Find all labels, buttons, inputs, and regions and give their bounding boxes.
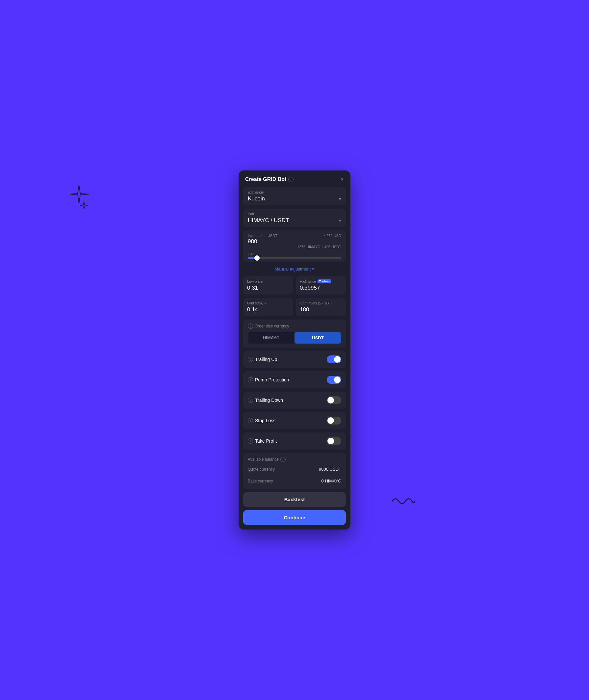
toggle-stop-loss-label: i Stop Loss (248, 418, 275, 423)
continue-button[interactable]: Continue (243, 510, 346, 525)
modal-title-text: Create GRID Bot (245, 176, 286, 182)
exchange-label: Exchange (248, 190, 341, 194)
available-balance-title-text: Available balance (248, 457, 279, 462)
osz-label: i Order size currency (248, 324, 341, 329)
toggle-take-profit-label: i Take Profit (248, 439, 277, 444)
trailing-up-info-icon[interactable]: i (248, 357, 253, 362)
available-balance-block: Available balance i Quote currency 9800 … (243, 453, 346, 489)
high-price-label: High price Trailing (300, 280, 342, 283)
trailing-down-info-icon[interactable]: i (248, 397, 253, 403)
title-info-icon[interactable]: i (288, 177, 293, 182)
pair-value: HIMAYC / USDT ▾ (248, 217, 341, 224)
take-profit-info-icon[interactable]: i (248, 439, 253, 444)
trailing-down-toggle[interactable] (327, 396, 341, 404)
investment-value: 980 (248, 238, 341, 245)
trailing-down-knob (328, 397, 334, 403)
sparkle-decoration-1 (69, 184, 89, 212)
osz-himayc-button[interactable]: HIMAYC (248, 332, 294, 344)
osz-button-group: HIMAYC USDT (248, 332, 341, 344)
osz-info-icon[interactable]: i (248, 324, 253, 329)
pump-protection-knob (334, 376, 341, 383)
stop-loss-text: Stop Loss (255, 418, 275, 423)
base-currency-value: 0 HIMAYC (322, 479, 341, 484)
low-price-value: 0.31 (247, 285, 289, 291)
osz-usdt-button[interactable]: USDT (294, 332, 341, 344)
exchange-value-text: Kucoin (248, 195, 265, 202)
quote-currency-label: Quote currency (248, 467, 275, 472)
close-button[interactable]: × (340, 176, 344, 182)
exchange-chevron-icon: ▾ (339, 196, 341, 201)
grid-levels-label-text: Grid levels (5 - 180) (300, 301, 332, 305)
toggle-trailing-down: i Trailing Down (243, 392, 346, 409)
toggle-stop-loss: i Stop Loss (243, 412, 346, 429)
investment-slider-track[interactable] (248, 257, 341, 259)
pump-protection-text: Pump Protection (255, 377, 289, 382)
pair-value-text: HIMAYC / USDT (248, 217, 289, 224)
quote-currency-value: 9800 USDT (319, 467, 341, 472)
grid-levels-label: Grid levels (5 - 180) (300, 301, 342, 305)
toggle-pump-protection: i Pump Protection (243, 371, 346, 388)
trailing-up-toggle[interactable] (327, 355, 341, 363)
quote-currency-row: Quote currency 9800 USDT (248, 465, 341, 473)
investment-top: Investment, USDT ~ 980 USD (248, 234, 341, 237)
stop-loss-knob (328, 417, 334, 424)
low-price-label-text: Low price (247, 280, 262, 283)
investment-label: Investment, USDT (248, 234, 277, 237)
base-currency-row: Base currency 0 HIMAYC (248, 475, 341, 485)
grid-params-row: Grid step, % 0.14 Grid levels (5 - 180) … (243, 298, 346, 316)
modal-header: Create GRID Bot i × (238, 170, 351, 187)
balance-info-icon[interactable]: i (280, 457, 285, 462)
osz-label-text: Order size currency (255, 324, 289, 328)
slider-thumb[interactable] (254, 255, 260, 260)
exchange-value: Kucoin ▾ (248, 195, 341, 202)
pair-label: Pair (248, 212, 341, 216)
squiggle-decoration (392, 495, 415, 509)
toggle-trailing-up: i Trailing Up (243, 351, 346, 368)
low-price-cell[interactable]: Low price 0.31 (243, 276, 293, 295)
order-size-currency-block: i Order size currency HIMAYC USDT (243, 320, 346, 348)
toggle-trailing-down-label: i Trailing Down (248, 397, 283, 403)
high-price-value: 0.39957 (300, 285, 342, 291)
investment-sub: 1376 HIMAYC + 495 USDT (248, 245, 341, 249)
toggle-take-profit: i Take Profit (243, 432, 346, 450)
low-price-label: Low price (247, 280, 289, 283)
pump-protection-toggle[interactable] (327, 376, 341, 384)
toggle-trailing-up-label: i Trailing Up (248, 357, 277, 362)
manual-adjustment-toggle[interactable]: Manual adjustment ▾ (243, 265, 346, 273)
grid-step-label: Grid step, % (247, 301, 289, 305)
take-profit-knob (328, 438, 334, 444)
exchange-field[interactable]: Exchange Kucoin ▾ (243, 187, 346, 205)
trailing-down-text: Trailing Down (255, 397, 283, 403)
pair-chevron-icon: ▾ (339, 218, 341, 223)
modal-body: Exchange Kucoin ▾ Pair HIMAYC / USDT ▾ I… (238, 187, 351, 530)
base-currency-label: Base currency (248, 479, 273, 484)
manual-adjustment-label: Manual adjustment (275, 267, 311, 272)
pump-protection-info-icon[interactable]: i (248, 377, 253, 382)
pair-field[interactable]: Pair HIMAYC / USDT ▾ (243, 209, 346, 227)
take-profit-text: Take Profit (255, 439, 277, 444)
investment-approx: ~ 980 USD (324, 234, 341, 237)
take-profit-toggle[interactable] (327, 437, 341, 445)
investment-block: Investment, USDT ~ 980 USD 980 1376 HIMA… (243, 230, 346, 262)
grid-levels-cell[interactable]: Grid levels (5 - 180) 180 (296, 298, 346, 316)
grid-step-label-text: Grid step, % (247, 301, 267, 305)
high-price-cell[interactable]: High price Trailing 0.39957 (296, 276, 346, 295)
stop-loss-toggle[interactable] (327, 417, 341, 424)
trailing-up-text: Trailing Up (255, 357, 277, 362)
toggle-pump-protection-label: i Pump Protection (248, 377, 289, 382)
available-balance-title: Available balance i (248, 457, 341, 462)
slider-percentage: 10% (248, 252, 341, 256)
backtest-button[interactable]: Backtest (243, 492, 346, 507)
grid-levels-value: 180 (300, 306, 342, 313)
grid-step-value: 0.14 (247, 306, 289, 313)
manual-adjustment-chevron-icon: ▾ (312, 267, 314, 272)
trailing-up-knob (334, 356, 341, 363)
trailing-badge: Trailing (318, 280, 331, 283)
high-price-label-text: High price (300, 280, 316, 283)
price-row: Low price 0.31 High price Trailing 0.399… (243, 276, 346, 295)
modal-title: Create GRID Bot i (245, 176, 293, 182)
create-grid-bot-modal: Create GRID Bot i × Exchange Kucoin ▾ Pa… (238, 170, 351, 530)
stop-loss-info-icon[interactable]: i (248, 418, 253, 423)
grid-step-cell[interactable]: Grid step, % 0.14 (243, 298, 293, 316)
